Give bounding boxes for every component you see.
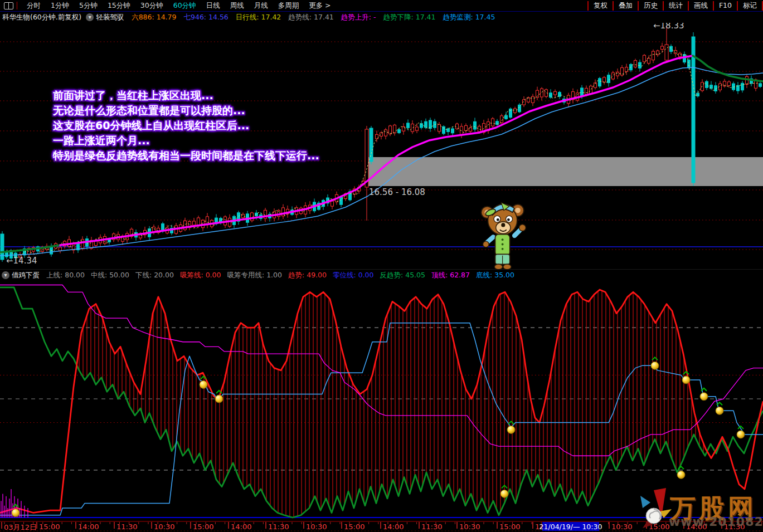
sub-indicator-value-field: 底线: 35.00 bbox=[476, 271, 514, 280]
price-label-range: 16.56 - 16.08 bbox=[369, 187, 425, 197]
indicator-value-field: 趋势线: 17.41 bbox=[288, 13, 333, 22]
annotation-line-4: 一路上涨近两个月... bbox=[53, 133, 319, 148]
indicator-value-field: 日行线: 17.42 bbox=[236, 13, 281, 22]
indicator-value-field: 趋势上升: - bbox=[341, 13, 376, 22]
tool-button-7[interactable]: 标记 bbox=[737, 1, 763, 11]
bear-mascot-image bbox=[477, 201, 531, 270]
selected-date-label: 21/04/19/— 10:30 bbox=[542, 522, 599, 531]
menu-separator bbox=[17, 2, 17, 9]
menu-item-9[interactable]: 月线 bbox=[249, 1, 273, 11]
time-label: 10:30 bbox=[306, 523, 327, 531]
tool-button-3[interactable]: 历史 bbox=[638, 1, 663, 11]
annotation-line-3: 这支股在60分钟线上自从出现红柱区后... bbox=[53, 118, 319, 133]
time-label: 14:00 bbox=[231, 523, 251, 531]
time-label: 10:30 bbox=[611, 523, 632, 531]
sub-indicator-value-field: 趋势: 49.00 bbox=[288, 271, 327, 280]
tool-button-5[interactable]: 画线 bbox=[688, 1, 713, 11]
time-label: 03月12日 bbox=[4, 523, 37, 532]
tool-button-4[interactable]: 统计 bbox=[663, 1, 688, 11]
watermark-site-url: www.201082.com bbox=[669, 515, 763, 529]
layout-icon[interactable] bbox=[4, 2, 13, 9]
sub-indicator-value-field: 零位线: 0.00 bbox=[333, 271, 374, 280]
menu-item-4[interactable]: 15分钟 bbox=[103, 1, 135, 11]
menu-item-6[interactable]: 60分钟 bbox=[168, 1, 201, 11]
info-bar: 科华生物(60分钟.前复权) ▾ 轻装驾驭 六886: 14.79七946: 1… bbox=[0, 12, 763, 23]
sub-indicator-value-field: 中线: 50.00 bbox=[91, 271, 129, 280]
top-menu-bar: 分时1分钟5分钟15分钟30分钟60分钟日线周线月线多周期更多 > 复权叠加历史… bbox=[0, 0, 763, 12]
time-label: 15:00 bbox=[344, 523, 365, 531]
indicator-value-field: 六886: 14.79 bbox=[132, 13, 176, 22]
menu-item-10[interactable]: 多周期 bbox=[273, 1, 304, 11]
symbol-title: 科华生物(60分钟.前复权) bbox=[2, 13, 81, 22]
sub-indicator-value-field: 下线: 20.00 bbox=[135, 271, 174, 280]
menu-item-7[interactable]: 日线 bbox=[201, 1, 225, 11]
time-label: 11:30 bbox=[116, 523, 137, 531]
annotation-line-1: 前面讲过了，当红柱上涨区出现... bbox=[53, 88, 319, 103]
indicator-header: ▾ 借鸡下蛋 上线: 80.00中线: 50.00下线: 20.00吸筹线: 0… bbox=[0, 269, 763, 281]
tool-button-1[interactable]: 复权 bbox=[587, 1, 613, 11]
annotation-line-2: 无论是什么形态和位置都是可以持股的... bbox=[53, 103, 319, 118]
time-label: 11:30 bbox=[268, 523, 289, 531]
indicator-value-field: 趋势下降: 17.41 bbox=[383, 13, 436, 22]
tool-button-6[interactable]: F10 bbox=[713, 1, 737, 11]
sub-indicator-value-field: 吸筹专用线: 1.00 bbox=[227, 271, 282, 280]
sub-indicator-name[interactable]: 借鸡下蛋 bbox=[12, 271, 40, 280]
time-label: 10:30 bbox=[154, 523, 174, 531]
annotation-text-block: 前面讲过了，当红柱上涨区出现...无论是什么形态和位置都是可以持股的...这支股… bbox=[53, 88, 319, 163]
menu-item-3[interactable]: 5分钟 bbox=[74, 1, 103, 11]
annotation-line-5: 特别是绿色反趋势线有相当一段时间都是在下线下运行... bbox=[53, 148, 319, 163]
time-label: 11:30 bbox=[421, 523, 442, 531]
menu-item-11[interactable]: 更多 > bbox=[304, 1, 336, 11]
time-label: 14:00 bbox=[383, 523, 404, 531]
sub-indicator-values: 上线: 80.00中线: 50.00下线: 20.00吸筹线: 0.00吸筹专用… bbox=[46, 271, 521, 280]
sub-indicator-value-field: 吸筹线: 0.00 bbox=[180, 271, 221, 280]
chart-canvas[interactable] bbox=[0, 0, 763, 532]
time-label: 15:00 bbox=[193, 523, 213, 531]
sub-indicator-value-field: 反趋势: 45.05 bbox=[380, 271, 425, 280]
tool-menu: 复权叠加历史统计画线F10标记 bbox=[587, 1, 763, 11]
indicator-header-dropdown-icon[interactable]: ▾ bbox=[2, 271, 9, 279]
time-label: 15:00 bbox=[39, 523, 60, 531]
indicator-value-field: 七946: 14.56 bbox=[183, 13, 228, 22]
menu-item-8[interactable]: 周线 bbox=[225, 1, 249, 11]
indicator-value-field: 趋势监测: 17.45 bbox=[443, 13, 495, 22]
time-label: 10:30 bbox=[459, 523, 480, 531]
time-label: 15:00 bbox=[499, 523, 520, 531]
indicator-dropdown-icon[interactable]: ▾ bbox=[86, 13, 94, 21]
sub-indicator-value-field: 上线: 80.00 bbox=[46, 271, 85, 280]
menu-item-1[interactable]: 分时 bbox=[22, 1, 46, 11]
tool-button-2[interactable]: 叠加 bbox=[613, 1, 638, 11]
price-label-low: ←14.34 bbox=[6, 256, 37, 266]
period-menu: 分时1分钟5分钟15分钟30分钟60分钟日线周线月线多周期更多 > bbox=[22, 1, 336, 11]
sub-indicator-value-field: 顶线: 62.87 bbox=[431, 271, 470, 280]
time-label: 14:00 bbox=[78, 523, 99, 531]
main-indicator-values: 六886: 14.79七946: 14.56日行线: 17.42趋势线: 17.… bbox=[132, 13, 502, 22]
main-indicator-name: 轻装驾驭 bbox=[96, 13, 124, 22]
menu-item-2[interactable]: 1分钟 bbox=[46, 1, 74, 11]
menu-item-5[interactable]: 30分钟 bbox=[135, 1, 168, 11]
